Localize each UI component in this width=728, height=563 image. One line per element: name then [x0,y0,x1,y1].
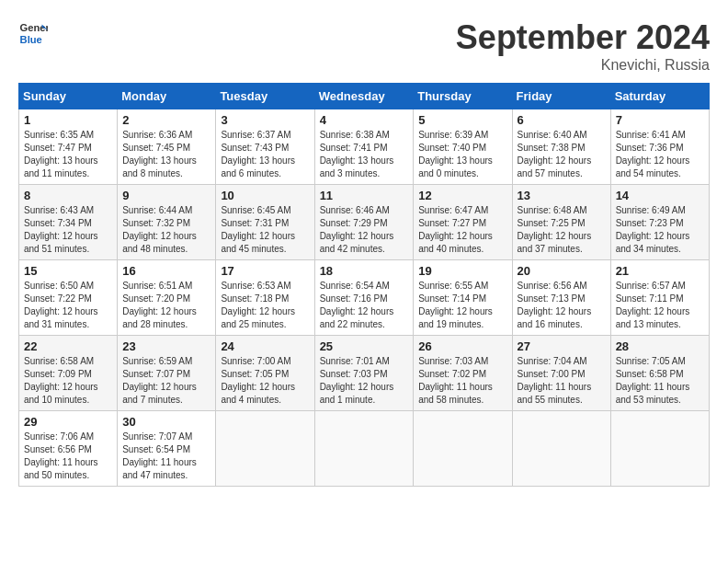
day-info: Sunrise: 6:40 AM Sunset: 7:38 PM Dayligh… [518,129,606,180]
calendar-day-28: 28 Sunrise: 7:05 AM Sunset: 6:58 PM Dayl… [610,336,709,411]
day-number: 2 [122,113,210,127]
day-info: Sunrise: 6:59 AM Sunset: 7:07 PM Dayligh… [122,355,210,407]
day-info: Sunrise: 6:36 AM Sunset: 7:45 PM Dayligh… [122,129,210,180]
calendar-day-30: 30 Sunrise: 7:07 AM Sunset: 6:54 PM Dayl… [118,411,216,487]
day-info: Sunrise: 6:51 AM Sunset: 7:20 PM Dayligh… [122,280,210,331]
day-number: 14 [616,189,704,202]
calendar-day-23: 23 Sunrise: 6:59 AM Sunset: 7:07 PM Dayl… [118,336,216,411]
day-number: 11 [320,189,409,202]
day-info: Sunrise: 6:55 AM Sunset: 7:14 PM Dayligh… [418,280,506,331]
day-info: Sunrise: 6:35 AM Sunset: 7:47 PM Dayligh… [24,129,112,180]
empty-cell [414,411,512,487]
day-number: 8 [24,189,112,202]
day-number: 18 [320,264,409,278]
calendar-week-2: 8 Sunrise: 6:43 AM Sunset: 7:34 PM Dayli… [19,185,710,260]
header-cell-monday: Monday [118,84,216,109]
day-number: 13 [518,189,606,202]
calendar-week-3: 15 Sunrise: 6:50 AM Sunset: 7:22 PM Dayl… [19,260,710,336]
day-number: 6 [518,113,606,127]
day-number: 24 [221,339,309,353]
day-info: Sunrise: 6:57 AM Sunset: 7:11 PM Dayligh… [616,280,704,331]
empty-cell [216,411,314,487]
svg-text:Blue: Blue [20,34,42,45]
day-number: 5 [418,113,506,127]
logo: General Blue [18,18,48,48]
title-block: September 2024 Knevichi, Russia [456,18,710,74]
day-number: 25 [320,339,409,353]
day-number: 1 [24,113,112,127]
empty-cell [314,411,414,487]
header-cell-wednesday: Wednesday [314,84,414,109]
day-info: Sunrise: 6:44 AM Sunset: 7:32 PM Dayligh… [122,204,210,256]
day-info: Sunrise: 6:37 AM Sunset: 7:43 PM Dayligh… [221,129,309,180]
day-info: Sunrise: 7:00 AM Sunset: 7:05 PM Dayligh… [221,355,309,407]
day-number: 10 [221,189,309,202]
day-number: 27 [518,339,606,353]
header-cell-sunday: Sunday [19,84,118,109]
day-number: 23 [122,339,210,353]
calendar-week-5: 29 Sunrise: 7:06 AM Sunset: 6:56 PM Dayl… [19,411,710,487]
calendar-day-8: 8 Sunrise: 6:43 AM Sunset: 7:34 PM Dayli… [19,185,118,260]
day-number: 20 [518,264,606,278]
calendar-day-2: 2 Sunrise: 6:36 AM Sunset: 7:45 PM Dayli… [118,109,216,185]
day-info: Sunrise: 6:48 AM Sunset: 7:25 PM Dayligh… [518,204,606,256]
calendar-day-9: 9 Sunrise: 6:44 AM Sunset: 7:32 PM Dayli… [118,185,216,260]
day-info: Sunrise: 6:45 AM Sunset: 7:31 PM Dayligh… [221,204,309,256]
day-info: Sunrise: 7:07 AM Sunset: 6:54 PM Dayligh… [122,431,210,482]
day-info: Sunrise: 6:38 AM Sunset: 7:41 PM Dayligh… [320,129,409,180]
calendar-week-4: 22 Sunrise: 6:58 AM Sunset: 7:09 PM Dayl… [19,336,710,411]
header-row: SundayMondayTuesdayWednesdayThursdayFrid… [19,84,710,109]
calendar-day-26: 26 Sunrise: 7:03 AM Sunset: 7:02 PM Dayl… [414,336,512,411]
header-cell-tuesday: Tuesday [216,84,314,109]
calendar-day-6: 6 Sunrise: 6:40 AM Sunset: 7:38 PM Dayli… [512,109,610,185]
calendar-table: SundayMondayTuesdayWednesdayThursdayFrid… [18,83,710,487]
day-info: Sunrise: 6:58 AM Sunset: 7:09 PM Dayligh… [24,355,112,407]
calendar-day-14: 14 Sunrise: 6:49 AM Sunset: 7:23 PM Dayl… [610,185,709,260]
day-info: Sunrise: 6:41 AM Sunset: 7:36 PM Dayligh… [616,129,704,180]
calendar-day-11: 11 Sunrise: 6:46 AM Sunset: 7:29 PM Dayl… [314,185,414,260]
calendar-day-21: 21 Sunrise: 6:57 AM Sunset: 7:11 PM Dayl… [610,260,709,336]
calendar-day-7: 7 Sunrise: 6:41 AM Sunset: 7:36 PM Dayli… [610,109,709,185]
day-info: Sunrise: 6:53 AM Sunset: 7:18 PM Dayligh… [221,280,309,331]
calendar-day-5: 5 Sunrise: 6:39 AM Sunset: 7:40 PM Dayli… [414,109,512,185]
calendar-day-1: 1 Sunrise: 6:35 AM Sunset: 7:47 PM Dayli… [19,109,118,185]
day-number: 7 [616,113,704,127]
day-info: Sunrise: 7:04 AM Sunset: 7:00 PM Dayligh… [518,355,606,407]
empty-cell [512,411,610,487]
calendar-day-29: 29 Sunrise: 7:06 AM Sunset: 6:56 PM Dayl… [19,411,118,487]
calendar-day-18: 18 Sunrise: 6:54 AM Sunset: 7:16 PM Dayl… [314,260,414,336]
day-info: Sunrise: 7:01 AM Sunset: 7:03 PM Dayligh… [320,355,409,407]
day-info: Sunrise: 7:06 AM Sunset: 6:56 PM Dayligh… [24,431,112,482]
header-cell-friday: Friday [512,84,610,109]
calendar-day-16: 16 Sunrise: 6:51 AM Sunset: 7:20 PM Dayl… [118,260,216,336]
day-number: 16 [122,264,210,278]
day-info: Sunrise: 6:43 AM Sunset: 7:34 PM Dayligh… [24,204,112,256]
day-info: Sunrise: 6:39 AM Sunset: 7:40 PM Dayligh… [418,129,506,180]
calendar-day-20: 20 Sunrise: 6:56 AM Sunset: 7:13 PM Dayl… [512,260,610,336]
calendar-day-12: 12 Sunrise: 6:47 AM Sunset: 7:27 PM Dayl… [414,185,512,260]
day-number: 19 [418,264,506,278]
empty-cell [610,411,709,487]
day-number: 3 [221,113,309,127]
day-info: Sunrise: 6:49 AM Sunset: 7:23 PM Dayligh… [616,204,704,256]
day-info: Sunrise: 6:54 AM Sunset: 7:16 PM Dayligh… [320,280,409,331]
day-number: 17 [221,264,309,278]
logo-icon: General Blue [18,18,48,48]
day-number: 22 [24,339,112,353]
calendar-day-15: 15 Sunrise: 6:50 AM Sunset: 7:22 PM Dayl… [19,260,118,336]
day-number: 4 [320,113,409,127]
calendar-day-24: 24 Sunrise: 7:00 AM Sunset: 7:05 PM Dayl… [216,336,314,411]
calendar-day-17: 17 Sunrise: 6:53 AM Sunset: 7:18 PM Dayl… [216,260,314,336]
day-info: Sunrise: 6:47 AM Sunset: 7:27 PM Dayligh… [418,204,506,256]
day-number: 12 [418,189,506,202]
day-info: Sunrise: 7:05 AM Sunset: 6:58 PM Dayligh… [616,355,704,407]
day-info: Sunrise: 6:50 AM Sunset: 7:22 PM Dayligh… [24,280,112,331]
header-cell-saturday: Saturday [610,84,709,109]
day-info: Sunrise: 6:56 AM Sunset: 7:13 PM Dayligh… [518,280,606,331]
day-number: 30 [122,415,210,429]
calendar-week-1: 1 Sunrise: 6:35 AM Sunset: 7:47 PM Dayli… [19,109,710,185]
day-number: 15 [24,264,112,278]
header-cell-thursday: Thursday [414,84,512,109]
day-info: Sunrise: 6:46 AM Sunset: 7:29 PM Dayligh… [320,204,409,256]
calendar-day-13: 13 Sunrise: 6:48 AM Sunset: 7:25 PM Dayl… [512,185,610,260]
